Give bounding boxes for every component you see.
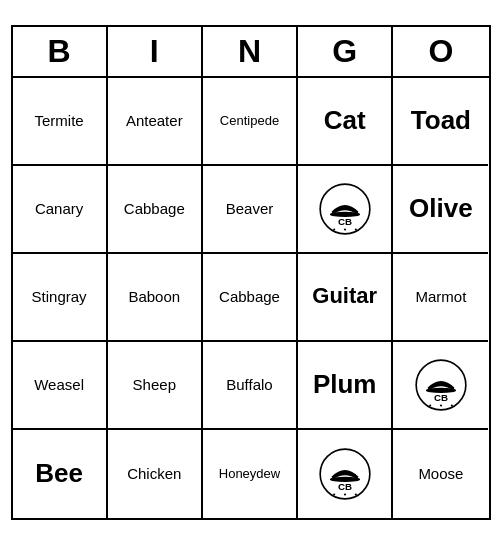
- logo-badge: CB: [414, 358, 468, 412]
- cell-label: Plum: [313, 369, 377, 400]
- header-letter: B: [13, 27, 108, 76]
- svg-point-5: [354, 228, 356, 230]
- bingo-cell: Canary: [13, 166, 108, 254]
- cell-label: Moose: [418, 465, 463, 483]
- cell-label: Olive: [409, 193, 473, 224]
- logo-badge: CB: [318, 447, 372, 501]
- bingo-cell: Toad: [393, 78, 488, 166]
- cell-label: Anteater: [126, 112, 183, 130]
- bingo-cell: Sheep: [108, 342, 203, 430]
- cell-label: Cabbage: [219, 288, 280, 306]
- bingo-cell: Olive: [393, 166, 488, 254]
- bingo-cell: Centipede: [203, 78, 298, 166]
- svg-point-15: [333, 493, 335, 495]
- cell-label: Marmot: [415, 288, 466, 306]
- bingo-cell: Chicken: [108, 430, 203, 518]
- bingo-cell: Anteater: [108, 78, 203, 166]
- cell-label: Sheep: [133, 376, 176, 394]
- svg-point-17: [354, 493, 356, 495]
- cell-label: Baboon: [128, 288, 180, 306]
- bingo-header: BINGO: [13, 27, 489, 78]
- bingo-cell: CB: [298, 430, 393, 518]
- cell-label: Bee: [35, 458, 83, 489]
- bingo-cell: Stingray: [13, 254, 108, 342]
- cell-label: Buffalo: [226, 376, 272, 394]
- bingo-cell: Cabbage: [203, 254, 298, 342]
- svg-point-9: [429, 404, 431, 406]
- bingo-cell: Cabbage: [108, 166, 203, 254]
- logo-badge: CB: [318, 182, 372, 236]
- cell-label: Beaver: [226, 200, 274, 218]
- cell-label: Guitar: [312, 283, 377, 309]
- cell-label: Toad: [411, 105, 471, 136]
- cell-label: Chicken: [127, 465, 181, 483]
- svg-text:CB: CB: [434, 392, 448, 403]
- header-letter: N: [203, 27, 298, 76]
- bingo-cell: Plum: [298, 342, 393, 430]
- bingo-grid: TermiteAnteaterCentipedeCatToadCanaryCab…: [13, 78, 489, 518]
- bingo-cell: Guitar: [298, 254, 393, 342]
- cell-label: Weasel: [34, 376, 84, 394]
- header-letter: G: [298, 27, 393, 76]
- bingo-cell: Moose: [393, 430, 488, 518]
- cell-label: Cabbage: [124, 200, 185, 218]
- cell-label: Stingray: [32, 288, 87, 306]
- bingo-cell: Beaver: [203, 166, 298, 254]
- svg-point-4: [344, 228, 346, 230]
- bingo-cell: Buffalo: [203, 342, 298, 430]
- bingo-cell: Baboon: [108, 254, 203, 342]
- svg-point-10: [440, 404, 442, 406]
- bingo-cell: Weasel: [13, 342, 108, 430]
- header-letter: O: [393, 27, 488, 76]
- bingo-cell: CB: [298, 166, 393, 254]
- bingo-cell: Honeydew: [203, 430, 298, 518]
- svg-point-3: [333, 228, 335, 230]
- bingo-cell: Cat: [298, 78, 393, 166]
- svg-point-11: [451, 404, 453, 406]
- bingo-cell: Marmot: [393, 254, 488, 342]
- bingo-cell: Termite: [13, 78, 108, 166]
- cell-label: Canary: [35, 200, 83, 218]
- bingo-card: BINGO TermiteAnteaterCentipedeCatToadCan…: [11, 25, 491, 520]
- cell-label: Centipede: [220, 113, 279, 129]
- bingo-cell: CB: [393, 342, 488, 430]
- cell-label: Termite: [35, 112, 84, 130]
- cell-label: Cat: [324, 105, 366, 136]
- svg-text:CB: CB: [338, 216, 352, 227]
- svg-text:CB: CB: [338, 481, 352, 492]
- bingo-cell: Bee: [13, 430, 108, 518]
- header-letter: I: [108, 27, 203, 76]
- cell-label: Honeydew: [219, 466, 280, 482]
- svg-point-16: [344, 493, 346, 495]
